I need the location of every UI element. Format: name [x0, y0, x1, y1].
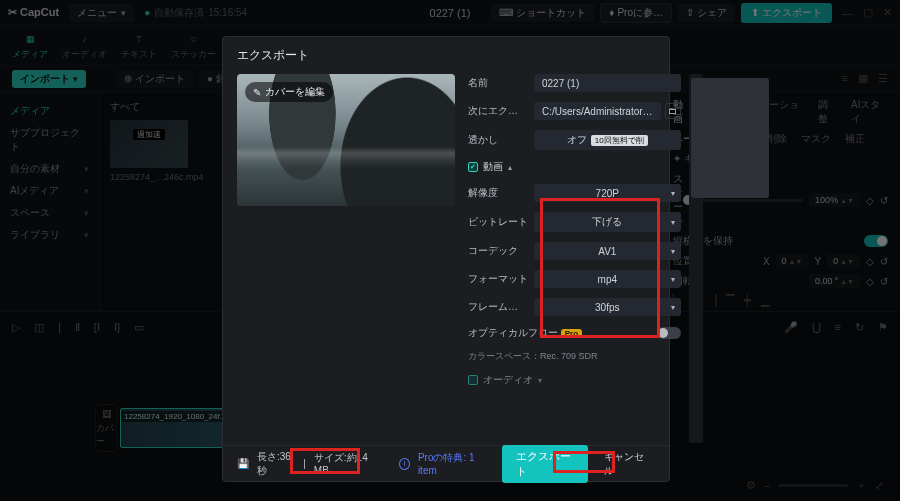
sort-icon[interactable]: ≡ [842, 72, 848, 85]
align-vc-icon: ┿ [744, 294, 751, 307]
scale-value[interactable]: 100%▲▼ [809, 193, 860, 207]
app-logo: ✂ CapCut [8, 6, 59, 19]
subtab-comp[interactable]: 補正 [845, 132, 865, 146]
export-dialog: エクスポート ✎ カバーを編集 名前 0227 (1) 次にエク… C:/Use… [222, 36, 670, 482]
track-opt-icon[interactable]: ≡ [835, 321, 841, 333]
zoom-slider[interactable] [778, 484, 848, 487]
label-format: フォーマット [468, 272, 530, 286]
autosave-indicator: ●自動保存済 15:16:54 [144, 6, 247, 20]
rtab-aistyle[interactable]: AIスタイ [851, 98, 888, 126]
dialog-cancel-button[interactable]: キャンセル [596, 446, 656, 482]
label-resolution: 解像度 [468, 186, 530, 200]
loop-icon[interactable]: ↻ [855, 321, 864, 334]
length-readout: 長さ:36秒 [257, 450, 295, 478]
marker-icon[interactable]: ⚑ [878, 321, 888, 334]
cut-tool-icon[interactable]: ◫ [34, 321, 44, 334]
watermark-select[interactable]: オフ10回無料で削 [534, 130, 681, 150]
shortcut-button[interactable]: ⌨ ショートカット [491, 4, 594, 22]
audio-enable-checkbox[interactable] [468, 375, 478, 385]
tl-settings-icon[interactable]: ⚙ [746, 479, 756, 492]
left-nav-subproject[interactable]: サブプロジェクト [8, 122, 91, 158]
export-button-top[interactable]: ⬆ エクスポート [741, 3, 832, 23]
delete-icon[interactable]: ▭ [134, 321, 144, 334]
dialog-export-button[interactable]: エクスポート [502, 445, 587, 483]
split-right-icon[interactable]: Ⅰ] [114, 321, 120, 334]
video-enable-checkbox[interactable] [468, 162, 478, 172]
input-saveto[interactable]: C:/Users/Administrator… [534, 102, 661, 120]
select-resolution[interactable]: 720P▾ [534, 184, 681, 202]
dialog-title: エクスポート [223, 37, 669, 72]
audio-section-header[interactable]: オーディオ▾ [468, 373, 681, 387]
reset-rot-icon[interactable]: ↺ [880, 276, 888, 287]
close-icon[interactable]: ✕ [883, 6, 892, 19]
keyframe-icon[interactable]: ◇ [866, 195, 874, 206]
mic-icon[interactable]: 🎤 [784, 321, 798, 334]
align-top-icon: ▔ [726, 294, 734, 307]
menu-button[interactable]: メニュー [69, 4, 134, 22]
track-cover-handle[interactable]: 🖼カバー [95, 404, 117, 452]
import-tab[interactable]: インポート [12, 70, 86, 88]
disk-icon: 💾 [237, 458, 249, 469]
subtab-mask[interactable]: マスク [801, 132, 831, 146]
pos-y[interactable]: 0▲▼ [827, 254, 860, 268]
dialog-scrollbar[interactable] [689, 74, 703, 443]
label-framerate: フレーム… [468, 300, 530, 314]
align-tools[interactable]: ▏┿▕ ▔┿▁ [673, 294, 888, 307]
left-nav-media[interactable]: メディア [8, 100, 91, 122]
keyframe-pos-icon[interactable]: ◇ [866, 256, 874, 267]
label-saveto: 次にエク… [468, 104, 530, 118]
list-view-icon[interactable]: ☰ [878, 72, 888, 85]
rtab-adjust[interactable]: 調整 [818, 98, 837, 126]
label-name: 名前 [468, 76, 530, 90]
mode-sticker[interactable]: ☺ステッカー [171, 31, 216, 65]
pos-x[interactable]: 0▲▼ [776, 254, 809, 268]
size-readout: サイズ:約14 MB [314, 451, 376, 476]
left-nav-library[interactable]: ライブラリ▾ [8, 224, 91, 246]
media-filename: 12258274_…246c.mp4 [110, 172, 204, 182]
label-opticalflow: オプティカルフロー Pro [468, 326, 653, 340]
pointer-tool-icon[interactable]: ▷ [12, 321, 20, 334]
pro-join-button[interactable]: ♦ Proに参… [600, 3, 672, 23]
mode-text[interactable]: Tテキスト [121, 31, 157, 65]
keyframe-rot-icon[interactable]: ◇ [866, 276, 874, 287]
left-nav-aimedia[interactable]: AIメディア▾ [8, 180, 91, 202]
select-format[interactable]: mp4▾ [534, 270, 681, 288]
reset-scale-icon[interactable]: ↺ [880, 195, 888, 206]
import-button[interactable]: ⊕ インポート [116, 70, 193, 88]
select-framerate[interactable]: 30fps▾ [534, 298, 681, 316]
zoom-out-icon[interactable]: − [764, 480, 770, 492]
rotate-value[interactable]: 0.00°▲▼ [809, 274, 860, 288]
label-codec: コーデック [468, 244, 530, 258]
zoom-in-icon[interactable]: ＋ [856, 478, 867, 493]
input-name[interactable]: 0227 (1) [534, 74, 681, 92]
grid-view-icon[interactable]: ▦ [858, 72, 868, 85]
reset-pos-icon[interactable]: ↺ [880, 256, 888, 267]
label-bitrate: ビットレート [468, 215, 530, 229]
label-watermark: 透かし [468, 133, 530, 147]
mode-audio[interactable]: ♪オーディオ [62, 31, 107, 65]
colorspace-line: カラースペース：Rec. 709 SDR [468, 350, 681, 363]
pro-perks-link[interactable]: Proの特典: 1 item [418, 451, 486, 476]
video-section-header[interactable]: 動画▴ [468, 160, 681, 174]
split-icon[interactable]: Ⅱ [75, 321, 80, 334]
left-nav-space[interactable]: スペース▾ [8, 202, 91, 224]
split-left-icon[interactable]: [Ⅰ [94, 321, 100, 334]
share-button[interactable]: ⇪ シェア [678, 4, 735, 22]
align-right-icon: ▕ [708, 294, 716, 307]
magnet-icon[interactable]: ⋃ [812, 321, 821, 334]
zoom-fit-icon[interactable]: ⤢ [875, 479, 884, 492]
mode-media[interactable]: ▦メディア [12, 31, 48, 65]
maximize-icon[interactable]: ▢ [863, 6, 873, 19]
minimize-icon[interactable]: — [842, 7, 853, 19]
left-nav-mysrc[interactable]: 自分の素材▾ [8, 158, 91, 180]
media-thumbnail[interactable]: 過加速 [110, 120, 188, 168]
select-codec[interactable]: AV1▾ [534, 242, 681, 260]
opticalflow-toggle[interactable] [657, 327, 681, 339]
info-icon[interactable]: i [399, 458, 410, 470]
keepratio-toggle[interactable] [864, 235, 888, 247]
select-bitrate[interactable]: 下げる▾ [534, 212, 681, 232]
project-title: 0227 (1) [430, 7, 471, 19]
browse-folder-icon[interactable]: 🗀 [665, 103, 681, 119]
edit-cover-button[interactable]: ✎ カバーを編集 [245, 82, 333, 102]
thumb-badge: 過加速 [133, 129, 165, 140]
